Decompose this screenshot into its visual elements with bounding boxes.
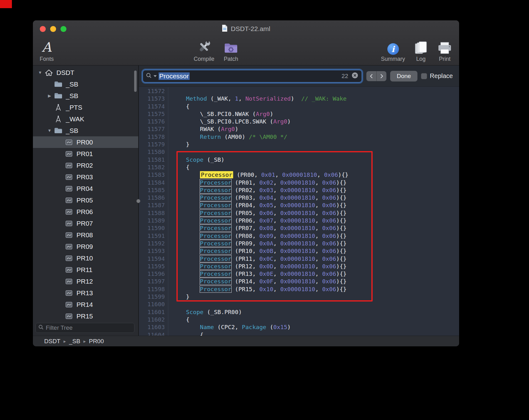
line-content: Processor (PR09, 0x0A, 0x00001810, 0x06)…: [168, 240, 347, 247]
code-line: 11591 Processor (PR08, 0x09, 0x00001810,…: [139, 232, 459, 240]
clear-search-icon[interactable]: [351, 72, 359, 80]
find-match: Processor: [200, 278, 231, 285]
breadcrumb-item[interactable]: _SB: [69, 338, 80, 345]
folder-icon: [54, 127, 63, 134]
tree-item-label: PR10: [76, 255, 93, 262]
minimize-button[interactable]: [50, 26, 56, 32]
tree-item-label: _SB: [66, 127, 78, 134]
code-line: 11583 Processor (PR00, 0x01, 0x00001810,…: [139, 171, 459, 179]
home-icon: [44, 69, 54, 76]
sidebar-item-_sb[interactable]: ▶_SB: [33, 90, 138, 102]
processor-icon: [64, 279, 74, 284]
code-line: 11580: [139, 148, 459, 156]
line-number: 11586: [139, 194, 168, 202]
sidebar-item-pr08[interactable]: PR08: [33, 229, 138, 241]
filter-tree-input[interactable]: Filter Tree: [35, 323, 134, 333]
sidebar-item-pr15[interactable]: PR15: [33, 310, 138, 319]
tree-item-label: PR02: [76, 162, 93, 169]
sidebar-item-pr14[interactable]: PR14: [33, 299, 138, 310]
sidebar-item-pr03[interactable]: PR03: [33, 171, 138, 183]
line-number: 11597: [139, 278, 168, 285]
line-number: 11598: [139, 286, 168, 293]
disclosure-triangle-icon[interactable]: ▼: [45, 128, 54, 133]
processor-icon: [64, 232, 74, 238]
sidebar-item-pr00[interactable]: PR00: [33, 136, 138, 148]
line-number: 11584: [139, 179, 168, 186]
compile-label: Compile: [194, 56, 214, 62]
log-icon: [414, 39, 428, 55]
print-button[interactable]: Print: [427, 39, 459, 62]
patch-button[interactable]: Patch: [214, 39, 248, 62]
dsdt-tree: ▼DSDT_SB▶_SB_PTS_WAK▼_SBPR00PR01PR02PR03…: [33, 66, 138, 319]
disclosure-triangle-icon[interactable]: ▶: [45, 93, 54, 98]
find-match: Processor: [200, 210, 231, 216]
code-line: 11578 Return (AM00) /* \AM00 */: [139, 133, 459, 141]
sidebar-item-pr12[interactable]: PR12: [33, 276, 138, 287]
line-number: 11576: [139, 118, 168, 125]
code-line: 11577 RWAK (Arg0): [139, 125, 459, 133]
code-editor[interactable]: 1157211573 Method (_WAK, 1, NotSerialize…: [139, 87, 459, 336]
line-content: Processor (PR04, 0x05, 0x00001810, 0x06)…: [168, 202, 347, 209]
summary-info-icon: i: [387, 43, 399, 55]
sidebar-scrollbar[interactable]: [134, 71, 137, 92]
line-number: 11591: [139, 232, 168, 240]
line-content: Scope (_SB.PR00): [168, 308, 242, 316]
disclosure-triangle-icon[interactable]: ▼: [36, 70, 44, 75]
line-number: 11604: [139, 331, 168, 336]
line-number: 11593: [139, 247, 168, 255]
line-content: {: [168, 316, 190, 323]
sidebar-item-pr02[interactable]: PR02: [33, 160, 138, 171]
patch-icon: [223, 39, 238, 55]
tree-item-label: _PTS: [66, 104, 82, 111]
replace-checkbox[interactable]: [421, 73, 427, 79]
line-content: Processor (PR02, 0x03, 0x00001810, 0x06)…: [168, 186, 347, 194]
titlebar[interactable]: DSDT-22.aml: [33, 20, 459, 37]
done-button[interactable]: Done: [390, 71, 417, 81]
tree-item-label: PR03: [76, 173, 93, 181]
sidebar-item-pr10[interactable]: PR10: [33, 252, 138, 264]
sidebar-item-_wak[interactable]: _WAK: [33, 113, 138, 125]
sidebar-item-pr05[interactable]: PR05: [33, 194, 138, 206]
sidebar-item-_sb[interactable]: _SB: [33, 78, 138, 90]
sidebar-item-pr07[interactable]: PR07: [33, 218, 138, 229]
sidebar-item-pr06[interactable]: PR06: [33, 206, 138, 218]
find-search-input[interactable]: Processor 22: [143, 70, 362, 82]
sidebar-item-pr04[interactable]: PR04: [33, 183, 138, 194]
line-number: 11577: [139, 125, 168, 133]
line-content: [168, 148, 172, 156]
folder-icon: [54, 92, 63, 99]
line-number: 11594: [139, 255, 168, 263]
print-icon: [437, 39, 452, 55]
line-content: Processor (PR01, 0x02, 0x00001810, 0x06)…: [168, 179, 347, 186]
find-previous-button[interactable]: [366, 71, 376, 81]
zoom-button[interactable]: [60, 26, 66, 32]
sidebar-item-pr01[interactable]: PR01: [33, 148, 138, 160]
breadcrumb-item[interactable]: PR00: [89, 338, 104, 345]
sidebar-item-dsdt[interactable]: ▼DSDT: [33, 67, 138, 78]
line-content: }: [168, 293, 190, 301]
line-number: 11596: [139, 270, 168, 278]
sidebar-item-pr11[interactable]: PR11: [33, 264, 138, 276]
tree-item-label: PR13: [76, 289, 93, 297]
breadcrumb-item[interactable]: DSDT: [44, 338, 60, 345]
find-match: Processor: [200, 187, 231, 193]
find-next-button[interactable]: [376, 71, 386, 81]
patch-label: Patch: [224, 56, 238, 62]
processor-icon: [64, 174, 74, 180]
fonts-label: Fonts: [39, 56, 54, 62]
code-line: 11596 Processor (PR13, 0x0E, 0x00001810,…: [139, 270, 459, 278]
sidebar-item-_sb[interactable]: ▼_SB: [33, 125, 138, 136]
search-options-caret-icon[interactable]: [154, 75, 157, 77]
sidebar-item-pr13[interactable]: PR13: [33, 287, 138, 299]
sidebar-item-pr09[interactable]: PR09: [33, 241, 138, 252]
close-button[interactable]: [40, 26, 46, 32]
sidebar-item-_pts[interactable]: _PTS: [33, 102, 138, 113]
find-bar: Processor 22 Done: [139, 66, 459, 87]
replace-toggle[interactable]: Replace: [421, 72, 453, 80]
code-line: 11601 Scope (_SB.PR00): [139, 308, 459, 316]
filter-tree-placeholder: Filter Tree: [46, 324, 73, 331]
find-match: Processor: [200, 270, 231, 277]
fonts-button[interactable]: A Fonts: [33, 39, 64, 62]
line-content: \_SB.PCI0.LPCB.SWAK (Arg0): [168, 118, 291, 125]
line-number: 11600: [139, 301, 168, 308]
